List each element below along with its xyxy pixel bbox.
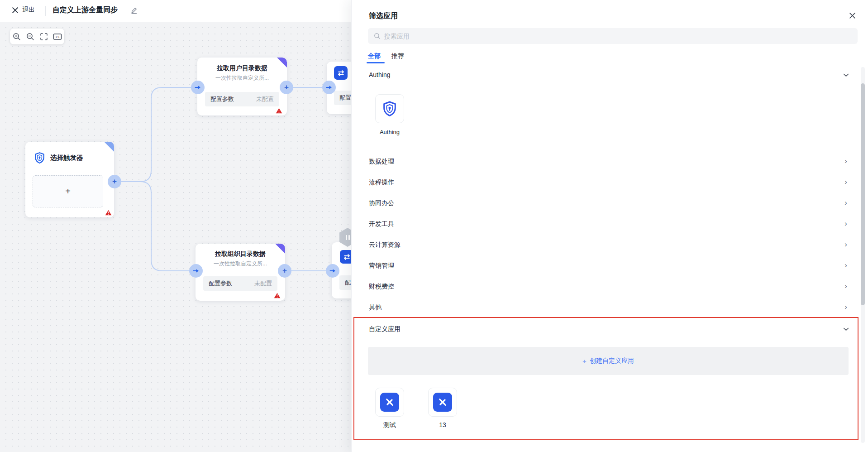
search-box[interactable] (368, 28, 858, 44)
connector-add-branch[interactable]: + (108, 175, 121, 188)
sync-arrows-icon (334, 66, 348, 80)
fit-view-icon[interactable] (39, 32, 49, 42)
close-icon (849, 12, 856, 19)
trigger-node[interactable]: 选择触发器 + (25, 142, 114, 217)
connector-add-next[interactable]: + (278, 264, 291, 278)
zoom-out-icon[interactable] (25, 32, 35, 42)
warning-icon (274, 292, 281, 298)
config-row[interactable]: 配置参数 未配置 (205, 92, 279, 106)
section-header-authing[interactable]: Authing (352, 65, 858, 86)
node-title: 拉取组织目录数据 (196, 250, 285, 258)
node-subtitle: 一次性拉取自定义所... (196, 260, 285, 268)
trigger-node-title: 选择触发器 (50, 154, 83, 162)
panel-scrollbar (861, 67, 865, 443)
arrow-right-icon (195, 84, 201, 91)
category-row-others[interactable]: 其他 › (352, 297, 858, 318)
connector-arrow-in[interactable] (326, 264, 339, 278)
chevron-down-icon (840, 325, 851, 334)
app-tile-authing[interactable] (375, 94, 404, 123)
app-label: Authing (366, 129, 413, 135)
category-row-process-operations[interactable]: 流程操作 › (352, 172, 858, 193)
connector-arrow-in[interactable] (189, 264, 203, 278)
close-icon (12, 7, 19, 14)
category-row-marketing[interactable]: 营销管理 › (352, 255, 858, 276)
category-row-collaboration[interactable]: 协同办公 › (352, 193, 858, 214)
chevron-right-icon: › (840, 260, 851, 269)
plus-icon: + (582, 357, 587, 365)
section-name: Authing (369, 71, 390, 78)
add-trigger-box[interactable]: + (33, 175, 103, 207)
chevron-right-icon: › (840, 219, 851, 228)
create-custom-app-label: 创建自定义应用 (590, 357, 634, 365)
plus-icon: + (284, 83, 289, 91)
edit-title-icon[interactable] (130, 7, 138, 16)
active-tab-underline (367, 62, 385, 63)
divider (45, 6, 46, 16)
app-label: 13 (419, 421, 466, 428)
node-title: 拉取用户目录数据 (197, 64, 287, 72)
chevron-right-icon: › (840, 198, 851, 207)
create-custom-app-button[interactable]: + 创建自定义应用 (368, 347, 849, 375)
plus-icon: + (282, 267, 287, 274)
config-label: 配置参数 (210, 95, 234, 103)
node-pull-org-directory[interactable]: 拉取组织目录数据 一次性拉取自定义所... 配置参数 未配置 (196, 244, 285, 301)
app-tile-test[interactable] (375, 388, 404, 417)
app-picker-panel: 筛选应用 全部 推荐 Authing Authing 数据处理 › 流程操作 ›… (351, 0, 868, 452)
section-name: 自定义应用 (369, 325, 401, 333)
category-row-dev-tools[interactable]: 开发工具 › (352, 214, 858, 235)
scrollbar-thumb[interactable] (861, 83, 865, 305)
warning-icon (105, 209, 112, 215)
warning-icon (276, 107, 282, 113)
actual-size-icon[interactable]: 1:1 (52, 32, 62, 42)
arrow-right-icon (326, 84, 333, 91)
chevron-down-icon (840, 71, 851, 80)
plus-icon: + (65, 186, 71, 197)
node-corner-fold (104, 142, 114, 152)
app-tile-13[interactable] (428, 388, 457, 417)
tab-all[interactable]: 全部 (368, 52, 381, 60)
connector-arrow-in[interactable] (322, 81, 336, 94)
plus-icon: + (112, 178, 117, 185)
search-icon (374, 33, 381, 39)
chevron-right-icon: › (840, 177, 851, 186)
zoom-toolbar: 1:1 (10, 29, 64, 44)
panel-title: 筛选应用 (369, 11, 398, 21)
section-header-custom-apps[interactable]: 自定义应用 (352, 319, 858, 340)
svg-text:1:1: 1:1 (55, 35, 59, 38)
category-row-data-processing[interactable]: 数据处理 › (352, 151, 858, 172)
chevron-right-icon: › (840, 156, 851, 165)
category-row-finance-tax[interactable]: 财税费控 › (352, 276, 858, 297)
shield-trigger-icon (33, 152, 46, 164)
arrow-right-icon (193, 268, 200, 274)
chevron-right-icon: › (840, 240, 851, 249)
zoom-in-icon[interactable] (12, 32, 22, 42)
config-row[interactable]: 配置参数 未配置 (203, 276, 277, 291)
chevron-right-icon: › (840, 281, 851, 290)
app-label: 测试 (366, 421, 413, 429)
close-panel-button[interactable] (848, 11, 857, 20)
authing-shield-icon (382, 101, 398, 117)
custom-app-tools-icon (380, 393, 399, 412)
flow-title: 自定义上游全量同步 (52, 5, 118, 15)
category-row-cloud-computing[interactable]: 云计算资源 › (352, 235, 858, 255)
config-label: 配置参数 (209, 279, 232, 288)
node-subtitle: 一次性拉取自定义所... (197, 74, 287, 82)
node-pull-user-directory[interactable]: 拉取用户目录数据 一次性拉取自定义所... 配置参数 未配置 (197, 58, 287, 115)
chevron-right-icon: › (840, 302, 851, 311)
exit-label: 退出 (22, 6, 35, 14)
arrow-right-icon (329, 268, 336, 274)
connector-arrow-in[interactable] (191, 81, 205, 94)
custom-app-tools-icon (433, 393, 452, 412)
config-status: 未配置 (256, 95, 274, 103)
config-status: 未配置 (254, 279, 272, 288)
tab-recommended[interactable]: 推荐 (391, 52, 404, 60)
connector-add-next[interactable]: + (280, 81, 293, 94)
search-input[interactable] (384, 33, 852, 40)
exit-button[interactable]: 退出 (12, 6, 35, 14)
